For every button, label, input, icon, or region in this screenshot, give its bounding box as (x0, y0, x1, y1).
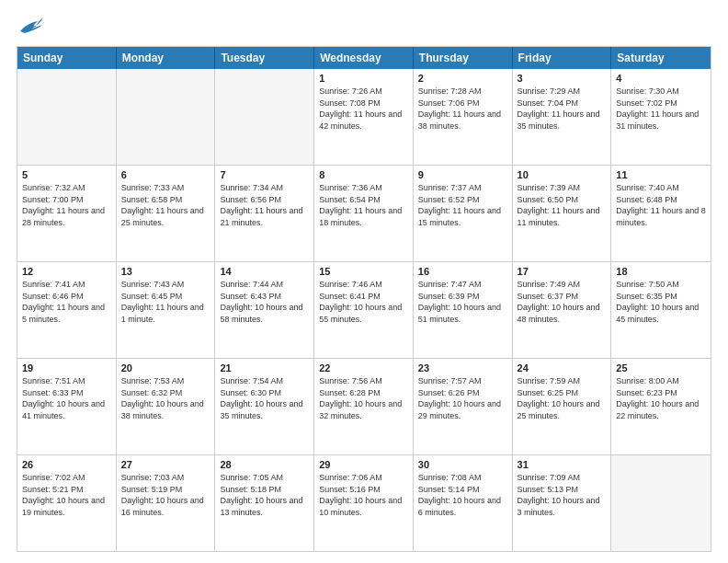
day-number: 14 (220, 266, 309, 277)
day-info: Sunrise: 7:05 AM Sunset: 5:18 PM Dayligh… (220, 472, 309, 518)
day-number: 21 (220, 362, 309, 373)
page: SundayMondayTuesdayWednesdayThursdayFrid… (0, 0, 728, 563)
day-cell-29: 29Sunrise: 7:06 AM Sunset: 5:16 PM Dayli… (314, 455, 414, 551)
day-header-tuesday: Tuesday (215, 47, 314, 69)
logo (17, 17, 43, 37)
day-number: 1 (319, 73, 408, 84)
day-cell-23: 23Sunrise: 7:57 AM Sunset: 6:26 PM Dayli… (414, 359, 513, 454)
day-number: 31 (518, 459, 607, 470)
day-cell-5: 5Sunrise: 7:32 AM Sunset: 7:00 PM Daylig… (17, 166, 117, 261)
empty-cell (611, 455, 711, 551)
day-info: Sunrise: 7:41 AM Sunset: 6:46 PM Dayligh… (22, 279, 111, 325)
day-info: Sunrise: 7:30 AM Sunset: 7:02 PM Dayligh… (616, 86, 706, 132)
day-number: 11 (616, 169, 706, 180)
day-number: 7 (220, 169, 309, 180)
day-cell-3: 3Sunrise: 7:29 AM Sunset: 7:04 PM Daylig… (513, 69, 612, 165)
day-cell-15: 15Sunrise: 7:46 AM Sunset: 6:41 PM Dayli… (314, 262, 414, 358)
day-cell-14: 14Sunrise: 7:44 AM Sunset: 6:43 PM Dayli… (215, 262, 314, 358)
day-number: 16 (418, 266, 507, 277)
day-number: 18 (616, 266, 706, 277)
day-cell-27: 27Sunrise: 7:03 AM Sunset: 5:19 PM Dayli… (117, 455, 216, 551)
day-info: Sunrise: 7:36 AM Sunset: 6:54 PM Dayligh… (319, 182, 408, 228)
day-info: Sunrise: 7:44 AM Sunset: 6:43 PM Dayligh… (220, 279, 309, 325)
day-cell-8: 8Sunrise: 7:36 AM Sunset: 6:54 PM Daylig… (314, 166, 414, 261)
day-info: Sunrise: 7:33 AM Sunset: 6:58 PM Dayligh… (121, 182, 210, 228)
day-info: Sunrise: 7:34 AM Sunset: 6:56 PM Dayligh… (220, 182, 309, 228)
day-cell-25: 25Sunrise: 8:00 AM Sunset: 6:23 PM Dayli… (611, 359, 711, 454)
day-cell-20: 20Sunrise: 7:53 AM Sunset: 6:32 PM Dayli… (117, 359, 216, 454)
day-cell-13: 13Sunrise: 7:43 AM Sunset: 6:45 PM Dayli… (117, 262, 216, 358)
day-cell-28: 28Sunrise: 7:05 AM Sunset: 5:18 PM Dayli… (215, 455, 314, 551)
day-info: Sunrise: 7:26 AM Sunset: 7:08 PM Dayligh… (319, 86, 408, 132)
day-number: 12 (22, 266, 111, 277)
day-info: Sunrise: 7:28 AM Sunset: 7:06 PM Dayligh… (418, 86, 507, 132)
day-number: 25 (616, 362, 706, 373)
day-number: 23 (418, 362, 507, 373)
day-info: Sunrise: 7:40 AM Sunset: 6:48 PM Dayligh… (616, 182, 706, 228)
day-number: 2 (418, 73, 507, 84)
day-header-thursday: Thursday (414, 47, 513, 69)
day-info: Sunrise: 7:51 AM Sunset: 6:33 PM Dayligh… (22, 375, 111, 421)
day-info: Sunrise: 7:06 AM Sunset: 5:16 PM Dayligh… (319, 472, 408, 518)
calendar-body: 1Sunrise: 7:26 AM Sunset: 7:08 PM Daylig… (17, 69, 711, 551)
day-number: 5 (22, 169, 111, 180)
calendar-header-row: SundayMondayTuesdayWednesdayThursdayFrid… (17, 47, 711, 69)
day-number: 4 (616, 73, 706, 84)
calendar: SundayMondayTuesdayWednesdayThursdayFrid… (17, 46, 711, 552)
day-info: Sunrise: 7:08 AM Sunset: 5:14 PM Dayligh… (418, 472, 507, 518)
day-number: 29 (319, 459, 408, 470)
day-number: 13 (121, 266, 210, 277)
day-number: 3 (518, 73, 607, 84)
day-number: 20 (121, 362, 210, 373)
day-number: 22 (319, 362, 408, 373)
day-number: 30 (418, 459, 507, 470)
day-info: Sunrise: 7:39 AM Sunset: 6:50 PM Dayligh… (518, 182, 607, 228)
day-info: Sunrise: 7:47 AM Sunset: 6:39 PM Dayligh… (418, 279, 507, 325)
day-info: Sunrise: 7:03 AM Sunset: 5:19 PM Dayligh… (121, 472, 210, 518)
day-info: Sunrise: 7:50 AM Sunset: 6:35 PM Dayligh… (616, 279, 706, 325)
calendar-week-5: 26Sunrise: 7:02 AM Sunset: 5:21 PM Dayli… (17, 454, 711, 551)
day-info: Sunrise: 8:00 AM Sunset: 6:23 PM Dayligh… (616, 375, 706, 421)
day-info: Sunrise: 7:37 AM Sunset: 6:52 PM Dayligh… (418, 182, 507, 228)
empty-cell (117, 69, 216, 165)
day-cell-19: 19Sunrise: 7:51 AM Sunset: 6:33 PM Dayli… (17, 359, 117, 454)
calendar-week-4: 19Sunrise: 7:51 AM Sunset: 6:33 PM Dayli… (17, 358, 711, 454)
day-number: 19 (22, 362, 111, 373)
day-number: 28 (220, 459, 309, 470)
day-cell-26: 26Sunrise: 7:02 AM Sunset: 5:21 PM Dayli… (17, 455, 117, 551)
day-cell-2: 2Sunrise: 7:28 AM Sunset: 7:06 PM Daylig… (414, 69, 513, 165)
day-header-monday: Monday (117, 47, 216, 69)
empty-cell (17, 69, 117, 165)
day-number: 10 (518, 169, 607, 180)
day-info: Sunrise: 7:29 AM Sunset: 7:04 PM Dayligh… (518, 86, 607, 132)
day-cell-24: 24Sunrise: 7:59 AM Sunset: 6:25 PM Dayli… (513, 359, 612, 454)
day-number: 6 (121, 169, 210, 180)
day-number: 17 (518, 266, 607, 277)
day-info: Sunrise: 7:32 AM Sunset: 7:00 PM Dayligh… (22, 182, 111, 228)
day-number: 15 (319, 266, 408, 277)
logo-line (17, 17, 43, 37)
day-info: Sunrise: 7:53 AM Sunset: 6:32 PM Dayligh… (121, 375, 210, 421)
header (17, 17, 711, 37)
day-cell-17: 17Sunrise: 7:49 AM Sunset: 6:37 PM Dayli… (513, 262, 612, 358)
day-info: Sunrise: 7:59 AM Sunset: 6:25 PM Dayligh… (518, 375, 607, 421)
day-cell-16: 16Sunrise: 7:47 AM Sunset: 6:39 PM Dayli… (414, 262, 513, 358)
day-cell-11: 11Sunrise: 7:40 AM Sunset: 6:48 PM Dayli… (611, 166, 711, 261)
day-cell-22: 22Sunrise: 7:56 AM Sunset: 6:28 PM Dayli… (314, 359, 414, 454)
day-header-friday: Friday (513, 47, 612, 69)
calendar-week-1: 1Sunrise: 7:26 AM Sunset: 7:08 PM Daylig… (17, 69, 711, 165)
day-number: 24 (518, 362, 607, 373)
day-info: Sunrise: 7:57 AM Sunset: 6:26 PM Dayligh… (418, 375, 507, 421)
day-info: Sunrise: 7:02 AM Sunset: 5:21 PM Dayligh… (22, 472, 111, 518)
logo-bird-icon (19, 17, 43, 37)
day-info: Sunrise: 7:46 AM Sunset: 6:41 PM Dayligh… (319, 279, 408, 325)
calendar-week-3: 12Sunrise: 7:41 AM Sunset: 6:46 PM Dayli… (17, 261, 711, 358)
day-cell-7: 7Sunrise: 7:34 AM Sunset: 6:56 PM Daylig… (215, 166, 314, 261)
day-number: 27 (121, 459, 210, 470)
day-info: Sunrise: 7:09 AM Sunset: 5:13 PM Dayligh… (518, 472, 607, 518)
day-cell-18: 18Sunrise: 7:50 AM Sunset: 6:35 PM Dayli… (611, 262, 711, 358)
day-cell-31: 31Sunrise: 7:09 AM Sunset: 5:13 PM Dayli… (513, 455, 612, 551)
day-header-sunday: Sunday (17, 47, 117, 69)
day-info: Sunrise: 7:54 AM Sunset: 6:30 PM Dayligh… (220, 375, 309, 421)
day-number: 9 (418, 169, 507, 180)
